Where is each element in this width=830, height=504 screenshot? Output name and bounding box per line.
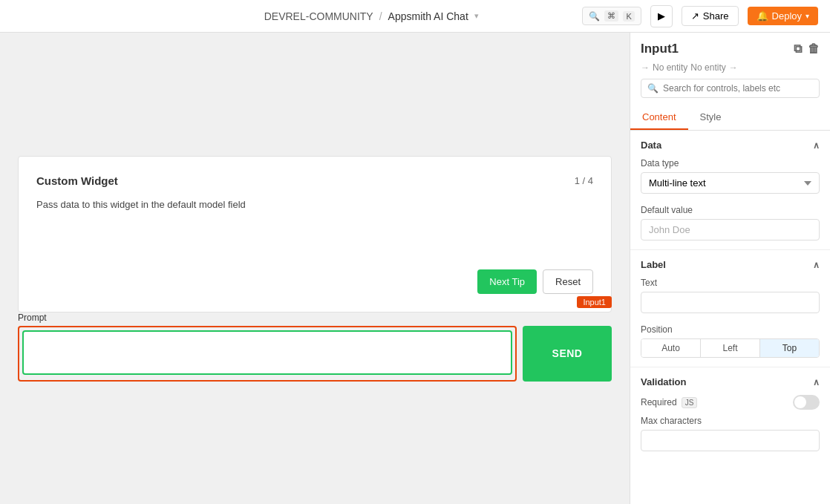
panel-tabs: Content Style [630,105,830,131]
main-layout: Custom Widget 1 / 4 Pass data to this wi… [0,33,830,504]
label-section-header[interactable]: Label ∧ [641,259,820,270]
breadcrumb-separator: / [379,10,382,22]
topbar: DEVREL-COMMUNITY / Appsmith AI Chat ▾ 🔍 … [0,0,830,33]
required-row: Required JS [641,395,820,410]
position-auto-button[interactable]: Auto [641,339,701,357]
widget-actions: Next Tip Reset [36,269,593,294]
entity-right: No entity [690,62,725,73]
search-icon: 🔍 [589,11,600,22]
project-name: DEVREL-COMMUNITY [264,10,373,22]
widget-pagination: 1 / 4 [575,175,593,186]
right-panel: Input1 ⧉ 🗑 → No entity No entity → 🔍 Con… [630,33,830,504]
next-tip-button[interactable]: Next Tip [477,269,537,294]
global-search[interactable]: 🔍 ⌘ K [582,7,641,25]
tab-style[interactable]: Style [688,105,733,130]
prompt-section: Input1 Prompt SEND [18,312,612,382]
input1-badge: Input1 [577,296,612,308]
chevron-down-icon: ▾ [806,12,809,20]
widget-title: Custom Widget [36,174,118,187]
required-toggle[interactable] [793,395,820,410]
validation-section-title: Validation [641,376,686,387]
required-label: Required JS [641,397,697,408]
custom-widget-card: Custom Widget 1 / 4 Pass data to this wi… [18,156,612,312]
panel-title-row: Input1 ⧉ 🗑 [641,42,820,56]
topbar-center: DEVREL-COMMUNITY / Appsmith AI Chat ▾ [264,10,479,22]
share-button[interactable]: ↗ Share [682,6,739,26]
topbar-right: 🔍 ⌘ K ▶ ↗ Share 🔔 Deploy ▾ [582,5,818,27]
entity-row: → No entity No entity → [641,62,820,73]
share-icon: ↗ [691,10,699,22]
delete-icon[interactable]: 🗑 [808,42,820,56]
position-label: Position [641,324,820,335]
max-chars-input[interactable]: 255 [641,430,820,451]
panel-title-text: Input1 [641,42,679,56]
search-icon: 🔍 [647,83,659,94]
tab-content[interactable]: Content [630,105,688,130]
validation-collapse-icon: ∧ [813,377,820,387]
arrow-right-icon: → [729,62,738,73]
panel-title-icons: ⧉ 🗑 [794,42,820,56]
prompt-label: Prompt [18,312,612,323]
reset-button[interactable]: Reset [543,269,593,294]
js-badge: JS [682,397,698,408]
copy-icon[interactable]: ⧉ [794,42,802,56]
send-button[interactable]: SEND [523,326,612,382]
canvas-area: Custom Widget 1 / 4 Pass data to this wi… [0,33,630,504]
position-top-button[interactable]: Top [760,339,819,357]
position-group: Auto Left Top [641,338,820,358]
widget-body-text: Pass data to this widget in the default … [36,199,593,210]
label-section: Label ∧ Text Prompt Position Auto Left T… [630,250,830,367]
prompt-input-row: SEND [18,326,612,382]
play-button[interactable]: ▶ [650,5,673,27]
deploy-button[interactable]: 🔔 Deploy ▾ [748,7,818,25]
data-section-title: Data [641,140,661,151]
validation-section-header[interactable]: Validation ∧ [641,376,820,387]
kbd-k: K [623,11,634,22]
data-collapse-icon: ∧ [813,140,820,151]
prompt-wrapper: Prompt SEND [18,312,612,382]
chevron-down-icon[interactable]: ▾ [474,11,479,21]
default-value-label: Default value [641,205,820,215]
data-type-select[interactable]: Multi-line text [641,172,820,194]
canvas-inner: Custom Widget 1 / 4 Pass data to this wi… [18,156,612,382]
default-value-input[interactable] [641,219,820,240]
max-chars-label: Max characters [641,416,820,426]
label-collapse-icon: ∧ [813,260,820,270]
bell-icon: 🔔 [757,10,768,22]
label-text-label: Text [641,278,820,288]
app-name: Appsmith AI Chat [388,10,468,22]
panel-search[interactable]: 🔍 [641,79,820,98]
label-section-title: Label [641,259,666,270]
panel-search-input[interactable] [663,83,813,94]
validation-section: Validation ∧ Required JS Max characters … [630,367,830,460]
data-section-header[interactable]: Data ∧ [641,140,820,151]
entity-left: No entity [653,62,687,73]
data-section: Data ∧ Data type Multi-line text Default… [630,131,830,249]
data-type-label: Data type [641,158,820,168]
prompt-textarea[interactable] [22,330,512,375]
widget-header: Custom Widget 1 / 4 [36,174,593,187]
kbd-cmd: ⌘ [604,10,618,22]
arrow-left-icon: → [641,62,650,73]
panel-header: Input1 ⧉ 🗑 → No entity No entity → [630,33,830,79]
label-text-input[interactable]: Prompt [641,292,820,313]
position-left-button[interactable]: Left [701,339,760,357]
